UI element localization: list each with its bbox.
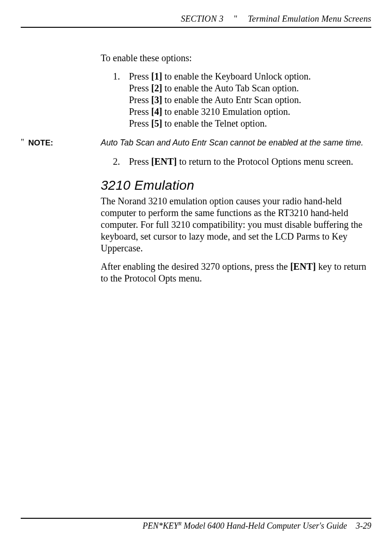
step-1: 1. Press [1] to enable the Keyboard Unlo… <box>113 71 371 129</box>
key-5: [5] <box>151 118 162 129</box>
note-quote-mark: " <box>21 138 28 147</box>
key-3: [3] <box>151 95 162 105</box>
footer-superscript: R <box>178 521 182 526</box>
paragraph-2: After enabling the desired 3270 options,… <box>101 261 371 284</box>
step-2-line: Press [ENT] to return to the Protocol Op… <box>129 156 371 168</box>
step-1-line-5: Press [5] to enable the Telnet option. <box>129 118 371 129</box>
step-2-number: 2. <box>113 156 120 168</box>
key-4: [4] <box>151 106 162 117</box>
step-1-number: 1. <box>113 71 120 82</box>
page-footer: PEN*KEYR Model 6400 Hand-Held Computer U… <box>21 518 371 531</box>
page-header: SECTION 3 " Terminal Emulation Menu Scre… <box>21 14 371 28</box>
steps-list-2: 2. Press [ENT] to return to the Protocol… <box>101 156 371 168</box>
paragraph-1: The Norand 3210 emulation option causes … <box>101 195 371 254</box>
key-1: [1] <box>151 71 162 81</box>
key-ent-2: [ENT] <box>290 261 316 272</box>
step-1-line-3: Press [3] to enable the Auto Entr Scan o… <box>129 94 371 106</box>
section-heading-3210-emulation: 3210 Emulation <box>101 177 371 193</box>
key-2: [2] <box>151 83 162 93</box>
step-1-line-2: Press [2] to enable the Auto Tab Scan op… <box>129 82 371 94</box>
header-title: Terminal Emulation Menu Screens <box>248 14 371 24</box>
note-body: Auto Tab Scan and Auto Entr Scan cannot … <box>101 138 371 148</box>
step-1-line-1: Press [1] to enable the Keyboard Unlock … <box>129 71 371 82</box>
intro-paragraph: To enable these options: <box>101 52 371 64</box>
step-2: 2. Press [ENT] to return to the Protocol… <box>113 156 371 168</box>
note-row: " NOTE: Auto Tab Scan and Auto Entr Scan… <box>21 138 371 148</box>
steps-list: 1. Press [1] to enable the Keyboard Unlo… <box>101 71 371 129</box>
body-content: To enable these options: 1. Press [1] to… <box>101 52 371 284</box>
footer-brand: PEN*KEYR Model 6400 Hand-Held Computer U… <box>143 521 349 531</box>
note-label: NOTE: <box>28 138 101 148</box>
document-page: SECTION 3 " Terminal Emulation Menu Scre… <box>0 0 392 547</box>
footer-page-number: 3-29 <box>356 521 371 531</box>
header-separator: " <box>234 14 238 24</box>
step-1-line-4: Press [4] to enable 3210 Emulation optio… <box>129 106 371 118</box>
key-ent-1: [ENT] <box>151 156 176 167</box>
header-section: SECTION 3 <box>181 14 224 24</box>
